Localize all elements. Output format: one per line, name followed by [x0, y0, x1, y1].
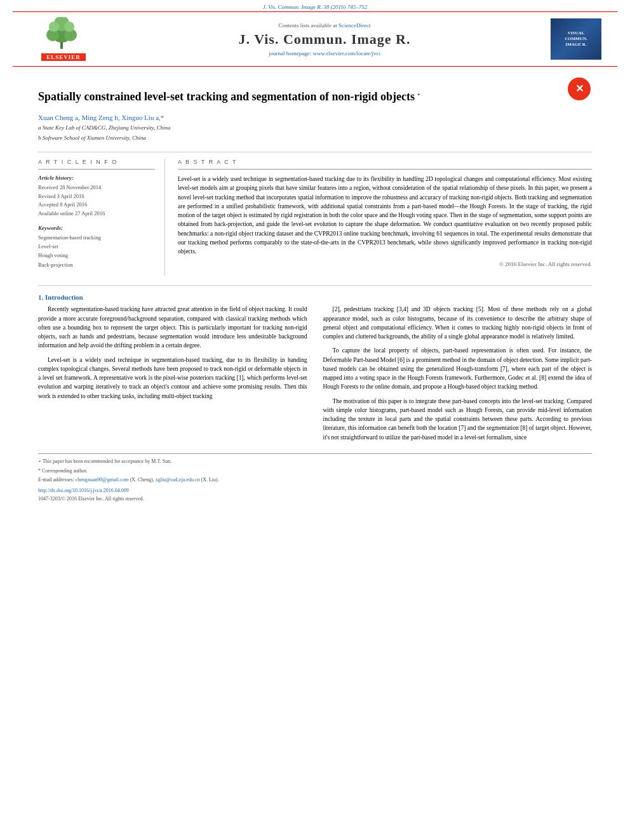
svg-point-5	[49, 22, 59, 32]
elsevier-tree-icon	[41, 17, 86, 52]
email1[interactable]: chengxuan90@gmail.com	[76, 477, 129, 483]
elsevier-logo: ELSEVIER	[41, 17, 86, 61]
copyright: © 2016 Elsevier Inc. All rights reserved…	[178, 261, 592, 267]
journal-citation: J. Vis. Commun. Image R. 38 (2016) 745–7…	[0, 0, 630, 11]
svg-text:✕: ✕	[575, 83, 584, 94]
email-label: E-mail addresses:	[38, 477, 74, 483]
email2-name: (X. Liu).	[201, 477, 218, 483]
keywords-label: Keywords:	[38, 225, 155, 231]
keyword-1: Segmentation-based tracking	[38, 233, 155, 242]
authors: Xuan Cheng a, Ming Zeng b, Xinguo Liu a,…	[38, 114, 592, 121]
sciencedirect-line: Contents lists available at ScienceDirec…	[102, 22, 547, 29]
affiliation-a: a State Key Lab of CAD&CG, Zhejiang Univ…	[38, 124, 592, 133]
keywords-section: Keywords: Segmentation-based tracking Le…	[38, 225, 155, 270]
body-para-1: Recently segmentation-based tracking hav…	[38, 305, 307, 350]
body-right-col: [2], pedestrians tracking [3,4] and 3D o…	[323, 305, 593, 447]
history-title: Article history:	[38, 175, 155, 181]
crossmark-area: ✕	[566, 76, 592, 103]
elsevier-text: ELSEVIER	[41, 53, 86, 61]
received-date: Received 28 November 2014	[38, 183, 155, 192]
paper-title: Spatially constrained level-set tracking…	[38, 89, 420, 105]
abstract-text: Level-set is a widely used technique in …	[178, 175, 592, 256]
corresponding-note: * Corresponding author.	[38, 467, 592, 476]
article-info-column: A R T I C L E I N F O Article history: R…	[38, 159, 165, 276]
body-para-4: To capture the local property of objects…	[323, 346, 593, 391]
body-content: 1. Introduction Recently segmentation-ba…	[38, 293, 592, 447]
keyword-4: Back-projection	[38, 260, 155, 269]
elsevier-logo-area: ELSEVIER	[25, 17, 102, 61]
available-date: Available online 27 April 2016	[38, 210, 155, 218]
article-info-label: A R T I C L E I N F O	[38, 159, 155, 165]
keyword-2: Level-set	[38, 242, 155, 251]
article-history: Article history: Received 28 November 20…	[38, 175, 155, 218]
paper-title-area: Spatially constrained level-set tracking…	[38, 76, 420, 110]
issn-line: 1047-3203/© 2016 Elsevier Inc. All right…	[38, 495, 592, 503]
svg-point-6	[64, 22, 74, 32]
article-info-abstract: A R T I C L E I N F O Article history: R…	[38, 152, 592, 276]
keyword-3: Hough voting	[38, 251, 155, 260]
body-para-3: [2], pedestrians tracking [3,4] and 3D o…	[323, 305, 593, 341]
main-content: Spatially constrained level-set tracking…	[13, 67, 617, 285]
crossmark-icon: ✕	[566, 76, 592, 102]
journal-title: J. Vis. Commun. Image R.	[102, 31, 547, 48]
visual-logo-area: VISUALCOMMUN.IMAGE R.	[547, 18, 605, 60]
star-note: ⋆ This paper has been recommended for ac…	[38, 458, 592, 466]
body-para-5: The motivation of this paper is to integ…	[323, 397, 593, 442]
revised-date: Revised 3 April 2016	[38, 192, 155, 201]
journal-homepage: journal homepage: www.elsevier.com/locat…	[102, 50, 547, 57]
email1-name: (X. Cheng),	[130, 477, 154, 483]
title-row: Spatially constrained level-set tracking…	[38, 76, 592, 110]
body-para-2: Level-set is a widely used technique in …	[38, 356, 307, 401]
footnote-section: ⋆ This paper has been recommended for ac…	[38, 453, 592, 503]
sciencedirect-text: Contents lists available at	[279, 22, 337, 29]
accepted-date: Accepted 8 April 2016	[38, 201, 155, 210]
affiliation-b: b Software School of Xiamen University, …	[38, 134, 592, 143]
abstract-column: A B S T R A C T Level-set is a widely us…	[178, 159, 592, 276]
email2[interactable]: xgliu@cad.zju.edu.cn	[156, 477, 200, 483]
sciencedirect-link[interactable]: ScienceDirect	[338, 22, 370, 29]
visual-logo-box: VISUALCOMMUN.IMAGE R.	[551, 18, 601, 60]
body-two-col: Recently segmentation-based tracking hav…	[38, 305, 592, 447]
email-line: E-mail addresses: chengxuan90@gmail.com …	[38, 476, 592, 484]
body-left-col: Recently segmentation-based tracking hav…	[38, 305, 307, 447]
doi-line[interactable]: http://dx.doi.org/10.1016/j.jvcir.2016.0…	[38, 487, 592, 495]
abstract-label: A B S T R A C T	[178, 159, 592, 165]
journal-info-center: Contents lists available at ScienceDirec…	[102, 22, 547, 57]
journal-header-banner: ELSEVIER Contents lists available at Sci…	[13, 11, 617, 67]
section-1-header: 1. Introduction	[38, 293, 592, 301]
